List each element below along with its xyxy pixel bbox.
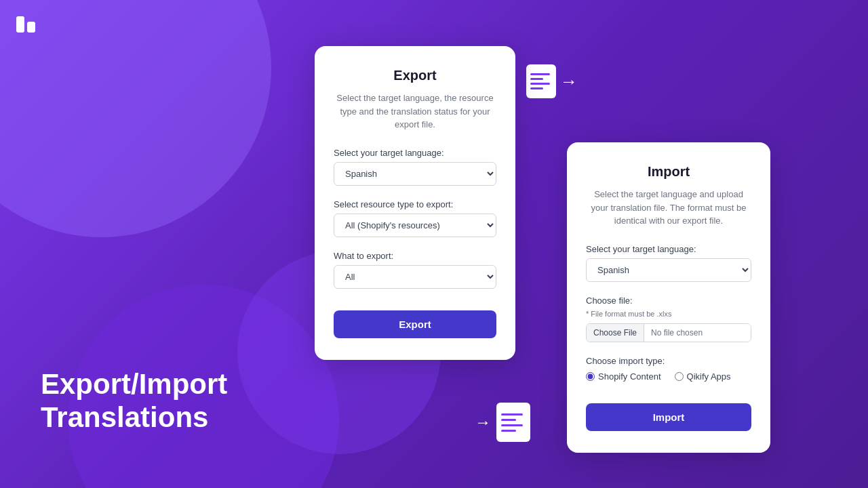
app-logo [16, 16, 35, 33]
file-input-wrapper: Choose File No file chosen [586, 323, 751, 342]
hero-line1: Export/Import [41, 368, 227, 400]
export-language-group: Select your target language: Spanish Fre… [334, 148, 496, 186]
bottom-icon-wrap: → [475, 403, 530, 442]
radio-shopify-label: Shopify Content [598, 371, 661, 382]
choose-file-button[interactable]: Choose File [587, 324, 644, 342]
import-card: Import Select the target language and up… [567, 142, 770, 453]
bg-blob-1 [0, 0, 271, 237]
import-card-title: Import [586, 164, 751, 180]
file-format-note: * File format must be .xlxs [586, 310, 751, 318]
import-button[interactable]: Import [586, 403, 751, 431]
import-language-group: Select your target language: Spanish Fre… [586, 244, 751, 282]
import-file-group: Choose file: * File format must be .xlxs… [586, 296, 751, 342]
arrow-right-icon: → [560, 71, 578, 92]
export-resource-label: Select resource type to export: [334, 199, 496, 209]
import-type-group: Choose import type: Shopify Content Qiki… [586, 356, 751, 382]
logo-bar-tall [16, 16, 24, 33]
export-button[interactable]: Export [334, 310, 496, 338]
radio-qikify[interactable]: Qikify Apps [675, 371, 731, 382]
export-icon-area: → [526, 64, 578, 98]
export-what-label: What to export: [334, 251, 496, 261]
radio-shopify[interactable]: Shopify Content [586, 371, 661, 382]
no-file-label: No file chosen [644, 324, 751, 342]
hero-line2: Translations [41, 401, 208, 433]
import-language-label: Select your target language: [586, 244, 751, 254]
export-what-select[interactable]: All Translated Untranslated [334, 265, 496, 289]
import-type-label: Choose import type: [586, 356, 751, 366]
export-card: Export Select the target language, the r… [315, 46, 515, 360]
arrow-into-doc-icon: → [475, 413, 491, 432]
export-language-label: Select your target language: [334, 148, 496, 158]
export-resource-group: Select resource type to export: All (Sho… [334, 199, 496, 237]
export-card-title: Export [334, 68, 496, 83]
export-card-description: Select the target language, the resource… [334, 92, 496, 131]
radio-qikify-input[interactable] [675, 372, 684, 381]
import-card-description: Select the target language and upload yo… [586, 188, 751, 228]
import-language-select[interactable]: Spanish French German Italian Portuguese [586, 258, 751, 282]
logo-bar-short [27, 22, 35, 33]
doc-icon-small [496, 403, 530, 442]
export-what-group: What to export: All Translated Untransla… [334, 251, 496, 289]
export-resource-select[interactable]: All (Shopify's resources) Products Colle… [334, 214, 496, 237]
document-icon [526, 64, 556, 98]
hero-text: Export/Import Translations [41, 368, 227, 434]
radio-qikify-label: Qikify Apps [687, 371, 731, 382]
radio-group: Shopify Content Qikify Apps [586, 371, 751, 382]
import-file-label: Choose file: [586, 296, 751, 306]
radio-shopify-input[interactable] [586, 372, 595, 381]
import-icon-area: → [475, 403, 530, 442]
export-language-select[interactable]: Spanish French German Italian Portuguese [334, 162, 496, 186]
